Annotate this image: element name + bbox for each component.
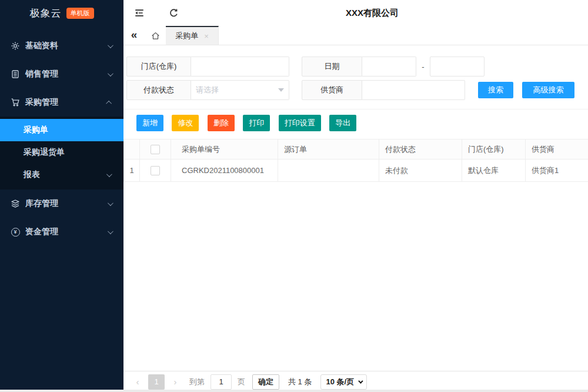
chevron-down-icon: [108, 228, 113, 234]
row-index: 1: [124, 160, 140, 182]
add-button[interactable]: 新增: [136, 115, 163, 131]
sidebar-item-label: 资金管理: [25, 227, 108, 237]
purchase-submenu: 采购单 采购退货单 报表: [0, 117, 123, 190]
next-page-icon[interactable]: ›: [172, 377, 179, 387]
supplier-filter-input[interactable]: [362, 80, 465, 100]
close-icon[interactable]: ×: [204, 32, 209, 41]
sidebar-subitem-label: 采购单: [24, 125, 111, 135]
page-size-select[interactable]: 10 条/页: [320, 374, 367, 390]
prev-page-icon[interactable]: ‹: [134, 377, 141, 387]
sidebar-item-label: 基础资料: [25, 41, 108, 51]
home-icon[interactable]: [145, 26, 166, 45]
cell-source: [278, 160, 379, 182]
current-page-badge[interactable]: 1: [148, 374, 165, 390]
chevron-down-icon: [108, 200, 113, 206]
window-bottom-edge: [0, 390, 588, 392]
date-to-input[interactable]: [430, 57, 485, 77]
sidebar-item-label: 库存管理: [25, 198, 108, 209]
column-header-source: 源订单: [278, 139, 379, 160]
advanced-search-button[interactable]: 高级搜索: [522, 82, 574, 98]
cell-code: CGRKD2021100800001: [171, 160, 278, 182]
tab-label: 采购单: [175, 31, 198, 41]
store-filter-input[interactable]: [191, 57, 289, 77]
date-from-input[interactable]: [362, 57, 416, 77]
table-header-row: 采购单编号 源订单 付款状态 门店(仓库) 供货商: [124, 139, 588, 160]
filter-section: 门店(仓库) 日期 - 付款状态 请选择 供货商 搜索 高级搜索: [123, 45, 588, 109]
sidebar-subitem-reports[interactable]: 报表: [0, 164, 123, 186]
tab-bar: « 采购单 ×: [123, 26, 588, 45]
sidebar-item-label: 销售管理: [25, 69, 108, 79]
cell-supplier: 供货商1: [526, 160, 588, 182]
pay-status-select[interactable]: 请选择: [191, 80, 289, 100]
chevron-down-icon: [106, 171, 112, 177]
table-row[interactable]: 1 CGRKD2021100800001 未付款 默认仓库 供货商1: [124, 160, 588, 182]
column-header-supplier: 供货商: [526, 139, 588, 160]
page-size-value: 10 条/页: [326, 377, 354, 387]
column-header-pay-status: 付款状态: [379, 139, 462, 160]
sidebar-item-sales[interactable]: 销售管理: [0, 60, 123, 88]
gear-icon: [11, 41, 20, 51]
cell-pay-status: 未付款: [379, 160, 462, 182]
yen-icon: [11, 227, 20, 237]
column-header-code: 采购单编号: [171, 139, 278, 160]
search-button[interactable]: 搜索: [478, 82, 513, 98]
collapse-sidebar-icon[interactable]: [133, 7, 145, 19]
data-table: 采购单编号 源订单 付款状态 门店(仓库) 供货商 1 CGRKD2021100…: [123, 139, 588, 182]
sidebar-item-label: 采购管理: [25, 97, 108, 108]
pay-status-filter-label: 付款状态: [126, 80, 191, 100]
chevron-down-icon: [358, 378, 363, 383]
top-header: XXX有限公司: [123, 0, 588, 26]
caret-down-icon: [278, 88, 284, 92]
store-filter-label: 门店(仓库): [126, 57, 191, 77]
action-toolbar: 新增 修改 删除 打印 打印设置 导出: [123, 109, 588, 131]
sidebar-item-purchase[interactable]: 采购管理: [0, 88, 123, 117]
scroll-tabs-left-icon[interactable]: «: [123, 26, 145, 45]
app-window: 极象云 单机版 基础资料: [0, 0, 588, 392]
sidebar-subitem-label: 报表: [24, 170, 106, 180]
row-checkbox[interactable]: [151, 166, 160, 175]
cell-store: 默认仓库: [462, 160, 526, 182]
row-select-cell: [140, 160, 171, 182]
chevron-down-icon: [108, 71, 113, 77]
column-header-store: 门店(仓库): [462, 139, 526, 160]
sidebar-subitem-purchase-order[interactable]: 采购单: [0, 119, 123, 141]
company-title: XXX有限公司: [346, 0, 399, 26]
date-range-separator: -: [422, 62, 425, 71]
total-count-label: 共 1 条: [288, 377, 312, 387]
pagination-bar: ‹ 1 › 到第 页 确定 共 1 条 10 条/页: [123, 371, 588, 392]
sidebar-item-basic-data[interactable]: 基础资料: [0, 32, 123, 60]
delete-button[interactable]: 删除: [208, 115, 235, 131]
jump-page-input[interactable]: [211, 374, 232, 390]
sidebar-item-inventory[interactable]: 库存管理: [0, 190, 123, 218]
sidebar-nav: 基础资料 销售管理: [0, 26, 123, 246]
select-all-checkbox[interactable]: [151, 145, 160, 154]
supplier-filter-label: 供货商: [302, 80, 362, 100]
sidebar-item-finance[interactable]: 资金管理: [0, 218, 123, 246]
sidebar-subitem-label: 采购退货单: [24, 147, 111, 158]
sidebar-subitem-purchase-return[interactable]: 采购退货单: [0, 141, 123, 164]
index-column-header: [124, 139, 140, 160]
chevron-down-icon: [108, 42, 113, 48]
table-empty-area: [123, 182, 588, 371]
jump-suffix-label: 页: [238, 377, 245, 387]
cart-icon: [11, 98, 20, 107]
edit-button[interactable]: 修改: [172, 115, 199, 131]
select-all-cell: [140, 139, 171, 160]
sidebar: 极象云 单机版 基础资料: [0, 0, 123, 392]
select-placeholder: 请选择: [196, 85, 219, 95]
layers-icon: [11, 199, 20, 208]
main-area: XXX有限公司 « 采购单 × 门店(仓库) 日期 -: [123, 0, 588, 392]
logo-text: 极象云: [30, 6, 62, 20]
print-button[interactable]: 打印: [243, 115, 270, 131]
edition-badge: 单机版: [66, 8, 94, 19]
export-button[interactable]: 导出: [329, 115, 356, 131]
jump-prefix-label: 到第: [189, 377, 205, 387]
document-icon: [11, 69, 20, 79]
refresh-icon[interactable]: [168, 7, 179, 19]
print-settings-button[interactable]: 打印设置: [279, 115, 321, 131]
confirm-page-button[interactable]: 确定: [252, 374, 279, 390]
tab-purchase-order[interactable]: 采购单 ×: [166, 26, 219, 45]
logo: 极象云 单机版: [0, 0, 123, 26]
date-filter-label: 日期: [302, 57, 362, 77]
